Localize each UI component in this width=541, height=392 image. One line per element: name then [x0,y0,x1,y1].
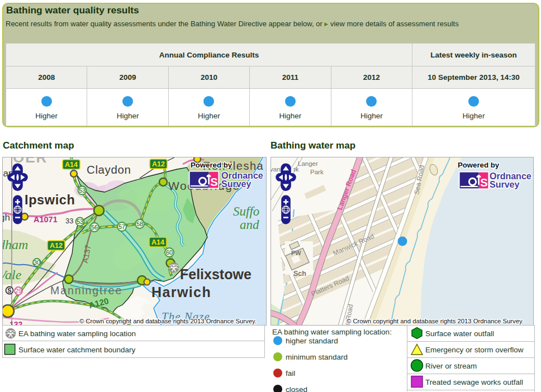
svg-text:A1071: A1071 [34,215,58,224]
svg-text:56: 56 [91,224,98,231]
svg-text:57: 57 [118,223,125,230]
svg-text:S: S [210,176,217,188]
svg-text:Manningtree: Manningtree [50,284,122,297]
svg-text:van: van [271,166,281,173]
svg-text:Powered by: Powered by [458,161,500,169]
svg-text:33: 33 [65,217,73,225]
svg-text:A14: A14 [151,238,164,246]
svg-text:A12: A12 [152,160,165,168]
svg-text:Harwich: Harwich [151,284,211,300]
svg-text:S: S [7,287,11,294]
svg-text:60: 60 [166,249,173,256]
svg-text:53: 53 [79,187,86,194]
svg-text:© Crown copyright and database: © Crown copyright and database rights 20… [347,318,524,324]
svg-text:A12: A12 [50,242,63,250]
svg-text:gh: gh [3,212,10,223]
svg-text:Langer: Langer [298,160,318,167]
svg-text:58: 58 [136,221,143,227]
svg-text:53: 53 [77,218,83,225]
svg-text:PW: PW [291,250,301,256]
svg-text:29: 29 [15,288,22,294]
svg-text:Claydon: Claydon [87,163,131,176]
svg-text:A14: A14 [65,161,78,169]
svg-text:Survey: Survey [221,179,251,189]
svg-text:132: 132 [10,320,23,325]
svg-text:Park: Park [310,169,324,175]
svg-text:Powered by: Powered by [191,161,232,169]
svg-text:Suffo: Suffo [233,204,259,218]
svg-text:Vale: Vale [3,267,22,282]
svg-text:dham: dham [3,237,28,252]
svg-text:Ipswich: Ipswich [25,193,75,207]
svg-text:and: and [240,218,259,232]
svg-text:30: 30 [34,259,40,266]
svg-text:Felixstowe: Felixstowe [180,266,251,282]
svg-text:© Crown copyright and database: © Crown copyright and database rights 20… [79,318,257,324]
svg-text:S: S [480,176,487,189]
svg-text:Sch: Sch [293,270,306,278]
svg-text:Survey: Survey [490,180,519,189]
